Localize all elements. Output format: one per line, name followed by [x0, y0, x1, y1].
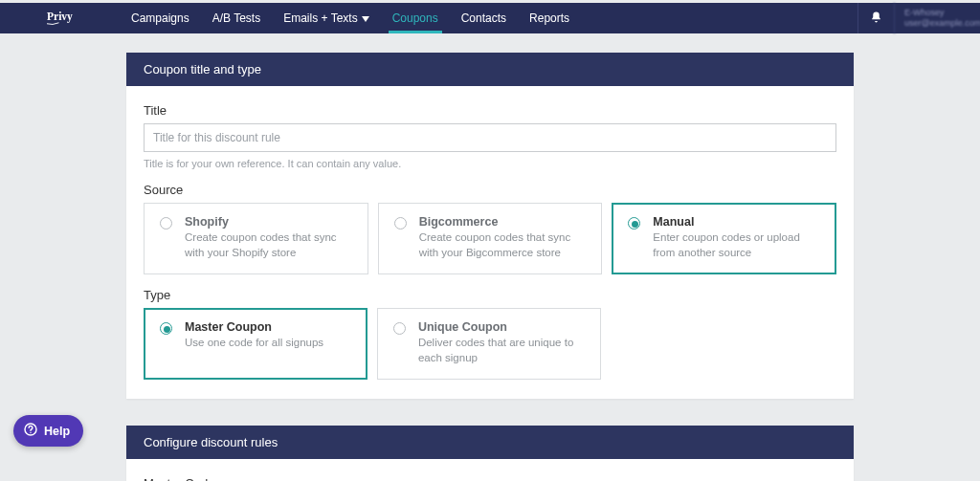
type-label: Type [144, 288, 836, 302]
radio-icon [394, 217, 407, 230]
panel-header: Coupon title and type [126, 53, 854, 86]
title-help-text: Title is for your own reference. It can … [144, 158, 836, 169]
option-title: Master Coupon [185, 320, 351, 334]
nav-emails-texts[interactable]: Emails + Texts [272, 3, 380, 33]
nav-label: A/B Tests [212, 11, 260, 25]
option-title: Bigcommerce [419, 215, 587, 229]
option-title: Shopify [185, 215, 352, 229]
option-desc: Create coupon codes that sync with your … [185, 230, 352, 260]
top-navbar: Privy Campaigns A/B Tests Emails + Texts… [0, 3, 980, 33]
option-desc: Use one code for all signups [185, 336, 351, 351]
title-input[interactable] [144, 123, 836, 152]
title-label: Title [144, 103, 836, 118]
caret-down-icon [362, 11, 369, 25]
source-label: Source [144, 183, 836, 197]
option-desc: Enter coupon codes or upload from anothe… [653, 230, 820, 260]
nav-label: Emails + Texts [283, 11, 357, 25]
nav-label: Coupons [392, 11, 438, 25]
nav-label: Contacts [461, 11, 506, 25]
type-option-unique[interactable]: Unique Coupon Deliver codes that are uni… [377, 308, 601, 380]
radio-icon [160, 217, 172, 230]
type-option-master[interactable]: Master Coupon Use one code for all signu… [144, 308, 368, 380]
nav-reports[interactable]: Reports [518, 3, 581, 33]
nav-campaigns[interactable]: Campaigns [120, 3, 201, 33]
option-title: Manual [653, 215, 820, 229]
option-desc: Deliver codes that are unique to each si… [418, 336, 585, 365]
panel-header: Configure discount rules [126, 426, 854, 459]
user-line2: user@example.com [904, 18, 970, 29]
radio-icon [393, 322, 406, 335]
nav-coupons[interactable]: Coupons [381, 3, 450, 33]
radio-icon [160, 322, 172, 335]
help-icon [23, 422, 44, 440]
radio-icon [628, 217, 640, 230]
panel-configure-rules: Configure discount rules Master Code [126, 426, 854, 481]
nav-label: Campaigns [131, 11, 189, 25]
nav-label: Reports [529, 11, 569, 25]
help-label: Help [44, 425, 70, 438]
source-option-manual[interactable]: Manual Enter coupon codes or upload from… [612, 203, 836, 274]
option-desc: Create coupon codes that sync with your … [419, 230, 587, 260]
brand-logo[interactable]: Privy [0, 3, 120, 33]
option-title: Unique Coupon [418, 320, 585, 334]
svg-text:Privy: Privy [47, 11, 73, 23]
nav-contacts[interactable]: Contacts [450, 3, 518, 33]
source-option-shopify[interactable]: Shopify Create coupon codes that sync wi… [144, 203, 368, 274]
notifications-button[interactable] [858, 3, 894, 33]
source-option-bigcommerce[interactable]: Bigcommerce Create coupon codes that syn… [378, 203, 603, 274]
bell-icon [870, 11, 882, 27]
master-code-label: Master Code [144, 476, 836, 481]
user-menu[interactable]: E-Whosey user@example.com [894, 3, 980, 33]
panel-coupon-title-type: Coupon title and type Title Title is for… [126, 53, 854, 399]
svg-point-2 [30, 432, 31, 433]
user-line1: E-Whosey [904, 8, 970, 18]
help-widget[interactable]: Help [13, 415, 83, 447]
nav-ab-tests[interactable]: A/B Tests [201, 3, 272, 33]
